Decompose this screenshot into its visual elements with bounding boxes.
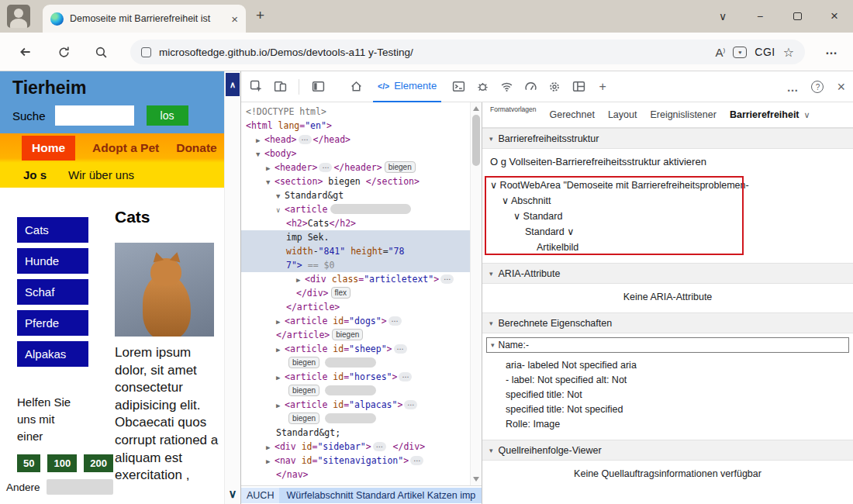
category-button[interactable]: Pferde xyxy=(17,310,88,336)
other-amount-input[interactable] xyxy=(47,479,113,495)
section-source-order[interactable]: ▾ Quellreihenfolge-Viewer xyxy=(482,440,853,461)
devtools-help-icon[interactable]: ? xyxy=(811,81,824,93)
breadcrumb-item[interactable]: AUCH xyxy=(241,488,279,503)
dom-line[interactable]: </nav> xyxy=(241,468,470,482)
section-accessibility-tree[interactable]: ▾ Barrierefreiheitsstruktur xyxy=(482,128,853,149)
dom-line[interactable]: ∨<article xyxy=(241,202,470,216)
expand-ellipsis-icon[interactable]: ⋯ xyxy=(404,400,417,409)
expand-ellipsis-icon[interactable]: ⋯ xyxy=(389,316,402,326)
nav-item[interactable]: Home xyxy=(22,136,75,161)
accessibility-tree-node[interactable]: ∨ RootWebArea "Demoseite mit Barrierefre… xyxy=(482,178,853,193)
dom-line[interactable]: ▶<article id="sheep">⋯ xyxy=(241,342,470,356)
expand-ellipsis-icon[interactable]: ⋯ xyxy=(394,344,407,354)
expand-ellipsis-icon[interactable]: ⋯ xyxy=(410,456,423,465)
scroll-up-button[interactable]: ∧ xyxy=(226,73,240,96)
issues-bug-icon[interactable] xyxy=(475,80,489,94)
sidebar-tab[interactable]: Gerechnet xyxy=(550,109,595,120)
site-info-icon[interactable] xyxy=(141,47,151,57)
dom-line[interactable]: ▶<div class="articletext">⋯ xyxy=(241,272,470,286)
layout-icon[interactable] xyxy=(572,80,585,94)
dom-line[interactable]: ▶<article id="alpacas">⋯ xyxy=(241,398,470,412)
dom-line[interactable]: ▶<article id="horses">⋯ xyxy=(241,370,470,384)
read-aloud-icon[interactable]: A) xyxy=(716,46,726,59)
new-tab-button[interactable]: + xyxy=(256,7,264,24)
dock-panel-icon[interactable] xyxy=(311,80,325,94)
close-button[interactable]: × xyxy=(816,0,853,33)
category-button[interactable]: Alpakas xyxy=(17,341,88,367)
expand-ellipsis-icon[interactable]: ⋯ xyxy=(319,163,332,172)
donation-amount-button[interactable]: 200 xyxy=(84,454,113,472)
accessibility-tree-node[interactable]: Artikelbild xyxy=(482,240,853,255)
expand-ellipsis-icon[interactable]: ⋯ xyxy=(440,274,454,284)
search-icon[interactable] xyxy=(93,44,109,60)
url-box[interactable]: microsoftedge.github.io/Demos/devtools-a… xyxy=(130,40,805,64)
dom-line[interactable]: </div>flex xyxy=(241,286,470,300)
devtools-close-icon[interactable]: × xyxy=(837,79,845,95)
dom-line[interactable]: ▶<div id="sidebar">⋯ </div> xyxy=(241,440,470,454)
dom-line[interactable]: ▶<header>⋯</header>biegen xyxy=(241,161,470,174)
dom-line[interactable]: biegen xyxy=(241,356,470,370)
category-button[interactable]: Hunde xyxy=(17,248,88,274)
dom-line[interactable]: </article> xyxy=(241,300,470,314)
dom-line[interactable]: ▼<section> biegen </section> xyxy=(241,174,470,188)
network-conditions-icon[interactable] xyxy=(499,80,513,94)
profile-name-button[interactable]: CGI xyxy=(755,46,775,58)
dom-line[interactable]: width-"841" height="78 xyxy=(241,244,470,258)
devtools-more-icon[interactable]: … xyxy=(786,81,798,94)
back-icon[interactable] xyxy=(18,44,33,60)
expand-ellipsis-icon[interactable]: ⋯ xyxy=(399,372,412,381)
scrollbar-down-icon[interactable] xyxy=(473,477,479,482)
nav-item[interactable]: Jo s xyxy=(23,168,47,181)
nav-item[interactable]: Wir über uns xyxy=(68,168,134,181)
device-toolbar-icon[interactable] xyxy=(273,80,287,94)
favorites-star-icon[interactable]: ☆ xyxy=(783,45,794,60)
console-icon[interactable] xyxy=(451,80,465,94)
dom-line[interactable]: <h2>Cats</h2> xyxy=(241,216,470,230)
devtools-scrollbar[interactable] xyxy=(470,102,482,485)
tab-close-icon[interactable]: × xyxy=(231,12,238,26)
expand-ellipsis-icon[interactable]: ⋯ xyxy=(373,442,386,451)
expand-ellipsis-icon[interactable]: ⋯ xyxy=(299,135,312,144)
dom-line[interactable]: imp Sek. xyxy=(241,230,470,244)
page-scrollbar[interactable]: ∧ ∨ xyxy=(224,71,240,504)
accessibility-tree-node[interactable]: ∨ Abschnitt xyxy=(482,193,853,209)
dom-line[interactable]: <!DOCTYPE html> xyxy=(241,105,470,119)
performance-icon[interactable] xyxy=(523,80,537,94)
nav-item[interactable]: Donate xyxy=(176,141,217,155)
site-search-input[interactable] xyxy=(55,105,134,126)
scroll-down-icon[interactable]: ∨ xyxy=(225,487,240,501)
dom-line[interactable]: ▶<article id="dogs">⋯ xyxy=(241,314,470,328)
dom-line[interactable]: biegen xyxy=(241,384,470,398)
accessibility-tree-node[interactable]: ∨ Standard xyxy=(482,209,853,224)
sidebar-tab[interactable]: Layout xyxy=(608,109,637,120)
minimize-button[interactable]: − xyxy=(741,0,779,33)
tab-elements[interactable]: </> Elemente xyxy=(373,71,441,102)
refresh-icon[interactable] xyxy=(56,44,71,60)
dom-line[interactable]: ▼Standard&gt xyxy=(241,188,470,202)
dom-line[interactable]: Standard&gt; xyxy=(241,426,470,440)
profile-avatar-icon[interactable] xyxy=(7,5,30,28)
add-tool-icon[interactable]: + xyxy=(596,80,610,94)
site-search-button[interactable]: los xyxy=(147,105,188,126)
dom-line[interactable]: </article>biegen xyxy=(241,328,470,342)
dom-line[interactable]: ▼<body> xyxy=(241,147,470,161)
section-aria-attributes[interactable]: ▾ ARIA-Attribute xyxy=(482,263,853,284)
sidebar-tab[interactable]: Formatvorlagen xyxy=(490,105,537,113)
tab-search-chevron-icon[interactable]: ∨ xyxy=(704,0,741,33)
computed-name-row[interactable]: ▾ Name:- xyxy=(486,337,849,353)
dom-line[interactable]: ▶<nav id="sitenavigation">⋯ xyxy=(241,454,470,468)
dom-line[interactable]: <html lang="en"> xyxy=(241,119,470,133)
browser-tab[interactable]: Demoseite mit Barrierefreiheit ist × xyxy=(43,5,246,33)
fullpage-a11y-toggle[interactable]: O g Vollseiten-Barrierefreiheitsstruktur… xyxy=(482,149,853,174)
maximize-button[interactable] xyxy=(779,0,816,33)
breadcrumb-item[interactable]: Würfelabschnitt Standard Artikel Katzen … xyxy=(279,488,482,503)
category-button[interactable]: Schaf xyxy=(17,279,88,305)
section-computed-properties[interactable]: ▾ Berechnete Eigenschaften xyxy=(482,312,853,333)
url-text[interactable]: microsoftedge.github.io/Demos/devtools-a… xyxy=(159,47,708,58)
sidebar-tab[interactable]: Ereignislistener xyxy=(650,109,716,120)
dom-line[interactable]: biegen xyxy=(241,412,470,426)
scrollbar-up-icon[interactable] xyxy=(473,106,479,111)
nav-item[interactable]: Adopt a Pet xyxy=(92,141,159,155)
home-icon[interactable] xyxy=(349,80,363,94)
chevron-down-icon[interactable]: ∨ xyxy=(804,110,810,120)
